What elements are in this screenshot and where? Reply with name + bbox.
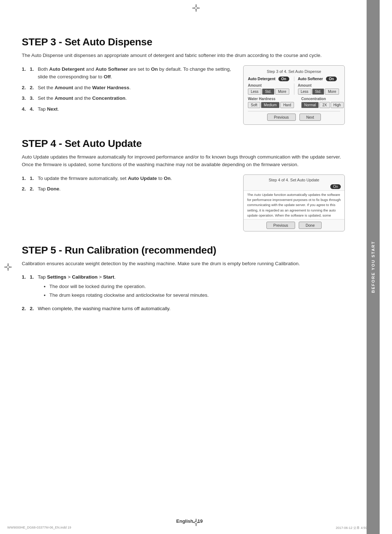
amount-less-btn[interactable]: Less [248,89,261,95]
water-hardness-group: Water Hardness Soft Medium Hard [248,97,294,108]
step5-heading: STEP 5 - Run Calibration (recommended) [22,245,345,256]
auto-softener-label: Auto Softener On [298,77,340,81]
amount-right-group: Amount Less Std. More [298,83,340,95]
wh-btns: Soft Medium Hard [248,102,294,108]
conc-2x-btn[interactable]: 2X [319,102,330,108]
step4-panel: Step 4 of 4. Set Auto Update On The Auto… [243,174,345,231]
step3-instruction-1: 1. Both Auto Detergent and Auto Softener… [22,65,232,81]
footer-page-number: English - 19 [176,518,203,524]
concentration-label: Concentration [301,97,344,101]
step5-bullets: The door will be locked during the opera… [49,283,209,299]
file-info-left: WW9000HE_DG68-03377M-06_EN.indd 19 [7,526,71,530]
amount2-more-btn[interactable]: More [325,89,339,95]
step4-instruction-2: 2. Tap Done. [22,185,232,193]
step5-instruction-2: 2. When complete, the washing machine tu… [22,305,345,313]
step4-previous-btn[interactable]: Previous [266,222,295,229]
step3-instruction-block: 1. Both Auto Detergent and Auto Softener… [22,65,345,125]
amount-left-label: Amount [248,83,290,87]
step4-toggle[interactable]: On [330,184,341,189]
step4-body-text: The Auto Update function automatically u… [244,190,344,219]
conc-btns: Normal 2X High [301,102,344,108]
amount2-std-btn[interactable]: Std. [312,89,324,95]
step3-next-btn[interactable]: Next [299,114,321,121]
step5-instructions: 1. Tap Settings > Calibration > Start. T… [22,273,345,312]
step4-instructions: 1. To update the firmware automatically,… [22,174,232,196]
amount-std-btn[interactable]: Std. [262,89,274,95]
step3-section: STEP 3 - Set Auto Dispense The Auto Disp… [22,36,345,125]
conc-high-btn[interactable]: High [331,102,344,108]
concentration-group: Concentration Normal 2X High [301,97,344,108]
step4-toggle-row: On [244,184,344,190]
wh-medium-btn[interactable]: Medium [261,102,280,108]
step4-instruction-block: 1. To update the firmware automatically,… [22,174,345,231]
step4-heading: STEP 4 - Set Auto Update [22,138,345,149]
left-crosshair-icon [4,263,12,271]
step3-panel-amount-row: Amount Less Std. More Amount Less [248,83,340,95]
amount-left-group: Amount Less Std. More [248,83,290,95]
auto-detergent-label: Auto Detergent On [248,77,290,81]
step4-section: STEP 4 - Set Auto Update Auto Update upd… [22,138,345,231]
step3-instruction-4: 4. Tap Next. [22,105,232,113]
step4-instruction-1: 1. To update the firmware automatically,… [22,174,232,182]
wh-soft-btn[interactable]: Soft [248,102,260,108]
step3-panel-top-row: Auto Detergent On Auto Softener On [248,77,340,81]
amount-more-btn[interactable]: More [275,89,289,95]
sidebar: BEFORE YOU START [367,0,380,534]
amount-right-label: Amount [298,83,340,87]
step5-section: STEP 5 - Run Calibration (recommended) C… [22,245,345,313]
step4-description: Auto Update updates the firmware automat… [22,153,345,169]
step3-previous-btn[interactable]: Previous [267,114,296,121]
step5-instruction-1: 1. Tap Settings > Calibration > Start. T… [22,273,345,302]
auto-softener-toggle[interactable]: On [326,77,337,81]
amount2-less-btn[interactable]: Less [298,89,311,95]
bottom-bar: WW9000HE_DG68-03377M-06_EN.indd 19 2017-… [7,526,372,530]
step4-panel-title: Step 4 of 4. Set Auto Update [244,175,344,184]
step4-panel-footer: Previous Done [244,219,344,231]
panel-divider-2 [294,83,294,95]
step4-done-btn[interactable]: Done [299,222,322,229]
step3-panel-wh-row: Water Hardness Soft Medium Hard Concentr… [248,97,340,108]
main-content: STEP 3 - Set Auto Dispense The Auto Disp… [0,0,367,534]
step3-panel-footer: Previous Next [248,111,340,121]
step3-description: The Auto Dispense unit dispenses an appr… [22,52,345,59]
amount-left-btns: Less Std. More [248,89,290,95]
amount-right-btns: Less Std. More [298,89,340,95]
step3-instruction-3: 3. Set the Amount and the Concentration. [22,94,232,102]
page-wrapper: STEP 3 - Set Auto Dispense The Auto Disp… [0,0,392,534]
water-hardness-label: Water Hardness [248,97,294,101]
step5-bullet-1: The door will be locked during the opera… [49,283,209,291]
step3-instruction-2: 2. Set the Amount and the Water Hardness… [22,84,232,92]
top-crosshair-icon [192,4,200,12]
step5-bullet-2: The drum keeps rotating clockwise and an… [49,291,209,299]
auto-softener-group: Auto Softener On [298,77,340,81]
sidebar-label: BEFORE YOU START [371,241,375,293]
step3-panel: Step 3 of 4. Set Auto Dispense Auto Dete… [243,65,345,125]
conc-normal-btn[interactable]: Normal [301,102,319,108]
step5-description: Calibration ensures accurate weight dete… [22,260,345,268]
auto-detergent-toggle[interactable]: On [278,77,289,81]
auto-detergent-group: Auto Detergent On [248,77,290,81]
page-footer: English - 19 [0,518,379,524]
step3-instructions: 1. Both Auto Detergent and Auto Softener… [22,65,232,116]
step3-heading: STEP 3 - Set Auto Dispense [22,36,345,48]
wh-hard-btn[interactable]: Hard [280,102,294,108]
step3-panel-title: Step 3 of 4. Set Auto Dispense [248,69,340,74]
panel-divider-1 [294,77,294,81]
